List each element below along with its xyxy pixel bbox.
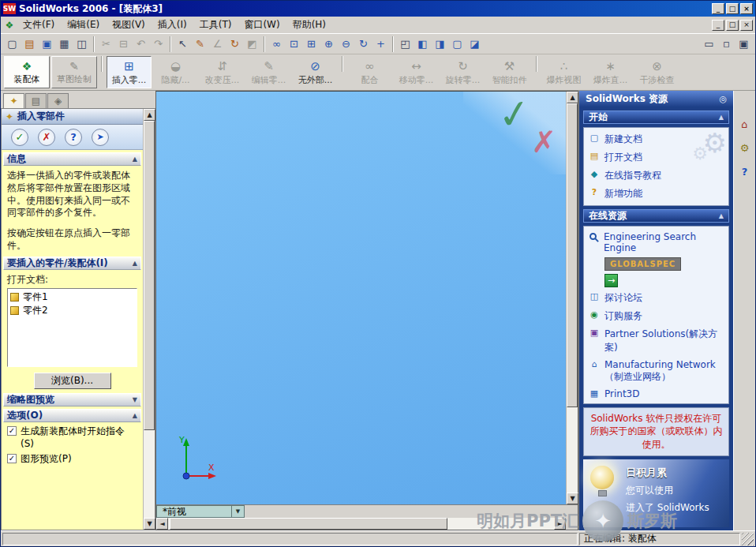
collapse-arrow-icon[interactable]: ▲ [133,155,137,163]
external-references-button[interactable]: ⊘ 无外部... [293,56,338,88]
expand-arrow-icon[interactable]: ▼ [133,396,137,403]
scroll-down-icon[interactable]: ▼ [144,518,155,530]
open-document-icon[interactable]: ▤ [21,36,38,52]
viewport-vertical-scrollbar[interactable]: ▲ ▼ [566,92,578,504]
propertymanager-tab[interactable]: ✦ [3,93,24,108]
configurationmanager-tab[interactable]: ◈ [47,93,69,108]
document-icon[interactable]: ❖ [3,20,16,31]
resize-grip[interactable] [742,533,754,545]
help-button[interactable]: ? [65,129,82,146]
graphics-area[interactable]: ✓ ✗ Y X [156,92,566,504]
menu-view[interactable]: 视图(V) [107,17,151,33]
tile-windows-icon[interactable]: ▭ [701,36,717,52]
wireframe-icon[interactable]: ▢ [449,36,466,52]
menu-tools[interactable]: 工具(T) [194,17,238,33]
task-pane-header[interactable]: SolidWorks 资源 ◎ [579,91,733,107]
maximize-button[interactable]: □ [726,3,739,14]
zoom-in-icon[interactable]: ⊕ [320,36,337,52]
panel-scrollbar[interactable]: ▲ ▼ [143,109,155,530]
browse-button[interactable]: 浏览(B)... [34,373,111,389]
cancel-button[interactable]: ✗ [38,129,55,146]
scroll-left-icon[interactable]: ◄ [156,518,168,530]
fullscreen-icon[interactable]: ▣ [735,36,752,52]
select-icon[interactable]: ↖ [174,36,191,52]
menu-help[interactable]: 帮助(H) [287,17,331,33]
zoom-fit-icon[interactable]: ⊞ [303,36,320,52]
view-orientation-icon[interactable]: ◰ [397,36,414,52]
titlebar[interactable]: SW SolidWorks 2006 - [装配体3] _ □ × [1,1,755,17]
start-item-whats-new[interactable]: ? 新增功能 [589,185,724,203]
start-section-header[interactable]: 开始 ▲ [583,111,729,124]
new-document-icon[interactable]: ▢ [4,36,21,52]
mdi-minimize-button[interactable]: _ [712,20,724,31]
view-settings-icon[interactable]: ∞ [268,36,285,52]
start-command-checkbox[interactable]: ✓ [7,426,17,436]
mdi-restore-button[interactable]: □ [726,20,739,31]
shaded-view-icon[interactable]: ◧ [414,36,431,52]
collapse-arrow-icon[interactable]: ▲ [719,114,724,121]
confirm-ok-icon[interactable]: ✓ [495,89,534,139]
zoom-area-icon[interactable]: ⊡ [286,36,302,52]
scrollbar-track[interactable] [144,121,155,518]
sketch-icon[interactable]: ✎ [192,36,208,52]
online-link-forum[interactable]: ◫ 探讨论坛 [589,289,724,307]
config-dropdown-icon[interactable]: ▼ [232,505,245,518]
confirm-cancel-icon[interactable]: ✗ [531,125,556,159]
cascade-windows-icon[interactable]: ▫ [718,36,735,52]
graphics-preview-checkbox[interactable]: ✓ [7,454,17,463]
scrollbar-thumb[interactable] [170,518,447,530]
collapse-arrow-icon[interactable]: ▲ [133,412,137,419]
featuremanager-tab[interactable]: ▤ [25,93,47,108]
menu-file[interactable]: 文件(F) [17,17,60,33]
online-link-print3d[interactable]: ▦ Print3D [589,386,724,402]
task-pane-pin-icon[interactable]: ◎ [719,94,727,104]
start-item-online-tutorials[interactable]: ◆ 在线指导教程 [589,167,724,185]
search-go-button[interactable]: → [604,274,618,287]
start-item-new-document[interactable]: ▢ 新建文档 [589,130,724,148]
mdi-close-button[interactable]: × [740,20,753,31]
print-preview-icon[interactable]: ◫ [73,36,90,52]
online-resources-section-header[interactable]: 在线资源 ▲ [583,209,729,223]
globalspec-logo[interactable]: GLOBALSPEC [604,257,681,271]
online-link-manufacturing-network[interactable]: ⌂ Manufacturing Network（制造业网络） [589,357,724,386]
collapse-arrow-icon[interactable]: ▲ [133,260,137,267]
home-icon[interactable]: ⌂ [736,116,754,132]
zoom-out-icon[interactable]: ⊖ [338,36,354,52]
insert-component-button[interactable]: ⊞ 插入零... [107,56,152,88]
front-view-config-tab[interactable]: *前视 [156,505,232,518]
menu-insert[interactable]: 插入(I) [152,17,193,33]
scroll-up-icon[interactable]: ▲ [567,92,578,103]
online-link-subscription[interactable]: ◉ 订购服务 [589,307,724,325]
rebuild-icon[interactable]: ↻ [226,36,243,52]
rotate-view-icon[interactable]: ↻ [355,36,372,52]
hidden-lines-icon[interactable]: ◨ [432,36,448,52]
menu-window[interactable]: 窗口(W) [238,17,285,33]
save-icon[interactable]: ▣ [39,36,55,52]
scrollbar-thumb[interactable] [567,103,578,407]
pan-icon[interactable]: + [372,36,389,52]
scrollbar-track[interactable] [168,518,554,530]
options-section-header[interactable]: 选项(O) ▲ [3,409,141,422]
scrollbar-track[interactable] [567,103,578,493]
online-link-partner-solutions[interactable]: ▣ Partner Solutions(解决方案) [589,325,724,357]
list-item-part2[interactable]: 零件2 [10,304,134,317]
scrollbar-thumb[interactable] [144,121,155,430]
scroll-up-icon[interactable]: ▲ [144,109,155,121]
section-view-icon[interactable]: ◪ [466,36,483,52]
search-engine-link[interactable]: Engineering Search Engine [589,229,724,256]
menu-edit[interactable]: 编辑(E) [62,17,105,33]
viewport-horizontal-scrollbar[interactable]: ◄ ► [156,518,578,530]
ok-button[interactable]: ✓ [11,129,28,146]
gear-icon[interactable]: ⚙ [736,140,754,155]
list-item-part1[interactable]: 零件1 [10,290,134,304]
close-button[interactable]: × [740,3,753,14]
print-icon[interactable]: ▦ [56,36,73,52]
minimize-button[interactable]: _ [712,3,724,14]
help-icon[interactable]: ? [736,163,754,179]
thumbnail-section-header[interactable]: 缩略图预览 ▼ [3,393,141,407]
scroll-right-icon[interactable]: ► [554,518,566,530]
sketch-tab[interactable]: ✎ 草图绘制 [51,56,97,88]
insert-section-header[interactable]: 要插入的零件/装配体(I) ▲ [3,257,141,270]
scroll-down-icon[interactable]: ▼ [567,493,578,504]
pushpin-button[interactable]: ➤ [92,129,109,146]
